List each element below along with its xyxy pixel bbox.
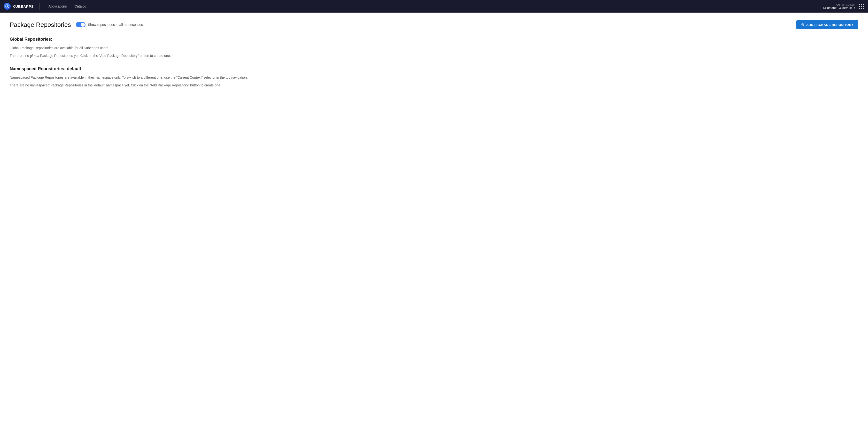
global-empty-prefix: There are no (10, 54, 30, 58)
plus-icon: ⊕ (801, 23, 805, 27)
cluster-icon: 🗂 (823, 6, 826, 9)
context-cluster-value: 🗂 default (823, 6, 837, 10)
namespaced-empty-prefix: There are no (10, 83, 30, 87)
main-nav: Applications Catalog (44, 0, 90, 12)
add-package-repository-button[interactable]: ⊕ ADD PACKAGE REPOSITORY (796, 20, 858, 29)
context-selector[interactable]: 🗂 default 🗂 default ▾ (823, 6, 855, 10)
global-empty-suffix: Package Repositories yet. Click on the "… (39, 54, 171, 58)
namespaced-empty-suffix: Package Repositories in the 'default' na… (50, 83, 221, 87)
namespaced-section-description: Namespaced Package Repositories are avai… (10, 75, 858, 80)
logo-icon (4, 3, 11, 10)
global-repositories-section: Global Repositories: Global Package Repo… (10, 37, 858, 59)
namespaced-section-empty: There are no namespaced Package Reposito… (10, 83, 858, 88)
page-header: Package Repositories Show repositories i… (10, 20, 858, 29)
toggle-label: Show repositories in all namespaces (88, 23, 143, 27)
namespaced-repositories-section: Namespaced Repositories: default Namespa… (10, 66, 858, 88)
context-namespace-value: 🗂 default (838, 6, 852, 10)
add-repo-button-label: ADD PACKAGE REPOSITORY (806, 23, 854, 27)
toggle-slider (76, 22, 86, 27)
navbar-right: Current Context 🗂 default 🗂 default ▾ (823, 3, 864, 10)
context-namespace: default (842, 6, 852, 10)
chevron-down-icon: ▾ (854, 6, 855, 9)
context-cluster: default (827, 6, 837, 10)
show-all-namespaces-toggle[interactable] (76, 22, 86, 27)
current-context: Current Context 🗂 default 🗂 default ▾ (823, 3, 855, 10)
global-section-empty: There are no global Package Repositories… (10, 53, 858, 58)
global-section-description: Global Package Repositories are availabl… (10, 45, 858, 51)
main-content: Package Repositories Show repositories i… (0, 12, 868, 428)
logo[interactable]: KUBEAPPS (4, 3, 34, 10)
namespaced-empty-italic: namespaced (30, 83, 50, 87)
page-title: Package Repositories (10, 21, 71, 29)
apps-grid-icon[interactable] (859, 4, 864, 9)
nav-divider (39, 3, 40, 10)
nav-applications[interactable]: Applications (44, 0, 71, 12)
navbar: KUBEAPPS Applications Catalog Current Co… (0, 0, 868, 12)
namespace-icon: 🗂 (838, 6, 841, 9)
global-empty-italic: global (30, 54, 39, 58)
page-header-left: Package Repositories Show repositories i… (10, 21, 143, 29)
global-section-title: Global Repositories: (10, 37, 858, 42)
nav-catalog[interactable]: Catalog (71, 0, 90, 12)
namespaced-section-title: Namespaced Repositories: default (10, 66, 858, 71)
toggle-section: Show repositories in all namespaces (76, 22, 143, 27)
context-label: Current Context (836, 3, 855, 6)
logo-text: KUBEAPPS (12, 4, 34, 8)
